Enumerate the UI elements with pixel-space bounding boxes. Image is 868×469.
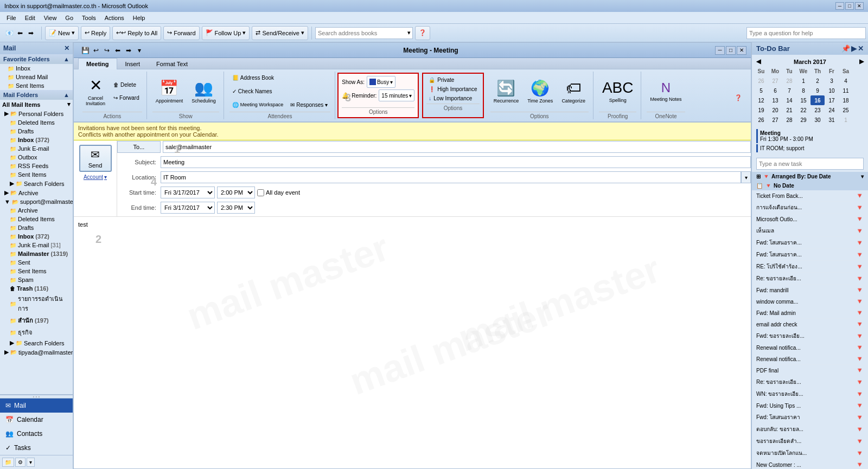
todo-item-5[interactable]: Fwd: โสเสนอราค...🔻 bbox=[752, 249, 868, 261]
cal-cell-23[interactable]: 23 bbox=[810, 105, 825, 115]
qa-new[interactable]: 📧 bbox=[4, 28, 14, 38]
search-input[interactable] bbox=[316, 30, 406, 36]
responses-btn[interactable]: ✉ Responses ▾ bbox=[288, 99, 330, 111]
reminder-dropdown[interactable]: 15 minutes ▾ bbox=[379, 89, 414, 101]
cal-cell-13[interactable]: 13 bbox=[768, 95, 782, 105]
meeting-redo[interactable]: ↪ bbox=[102, 46, 112, 55]
todo-flag-0[interactable]: 🔻 bbox=[856, 192, 864, 200]
tab-format-text[interactable]: Format Text bbox=[148, 58, 196, 69]
cal-cell-31[interactable]: 31 bbox=[825, 115, 839, 125]
todo-flag-5[interactable]: 🔻 bbox=[856, 251, 864, 259]
to-button[interactable]: To... bbox=[117, 141, 161, 153]
todo-flag-19[interactable]: 🔻 bbox=[856, 414, 864, 421]
todo-flag-20[interactable]: 🔻 bbox=[856, 426, 864, 433]
menu-actions[interactable]: Actions bbox=[100, 14, 129, 22]
todo-item-23[interactable]: New Customer : ...🔻 bbox=[752, 459, 868, 469]
todo-pin-btn[interactable]: 📌 bbox=[841, 44, 850, 53]
todo-flag-4[interactable]: 🔻 bbox=[856, 239, 864, 247]
ribbon-forward-btn[interactable]: ↪ Forward bbox=[111, 92, 142, 104]
todo-flag-15[interactable]: 🔻 bbox=[856, 367, 864, 374]
todo-flag-22[interactable]: 🔻 bbox=[856, 449, 864, 457]
favorite-folders-header[interactable]: Favorite Folders ▲ bbox=[0, 54, 73, 64]
todo-flag-10[interactable]: 🔻 bbox=[856, 309, 864, 317]
sort-dropdown[interactable]: ▾ bbox=[861, 174, 864, 179]
cal-cell-11[interactable]: 11 bbox=[839, 86, 853, 95]
account-button[interactable]: Account ▾ bbox=[84, 174, 107, 180]
todo-item-13[interactable]: Renewal notifica...🔻 bbox=[752, 342, 868, 354]
todo-flag-9[interactable]: 🔻 bbox=[856, 298, 864, 305]
recurrence-btn[interactable]: 🔄 Recurrence bbox=[490, 77, 522, 106]
categorize-btn[interactable]: 🏷 Categorize bbox=[558, 77, 589, 106]
todo-item-18[interactable]: Fwd: Using Tips ...🔻 bbox=[752, 400, 868, 412]
todo-flag-6[interactable]: 🔻 bbox=[856, 263, 864, 271]
forward-button[interactable]: ↪ Forward bbox=[163, 26, 199, 40]
nav-extra-btn1[interactable]: 📁 bbox=[2, 458, 14, 467]
todo-item-10[interactable]: Fwd: Mail admin🔻 bbox=[752, 307, 868, 319]
todo-item-7[interactable]: Re: ขอรายละเอีย...🔻 bbox=[752, 273, 868, 285]
todo-item-22[interactable]: จดหมายเปิดโลกแน...🔻 bbox=[752, 447, 868, 459]
todo-flag-14[interactable]: 🔻 bbox=[856, 355, 864, 363]
sidebar-item-inbox[interactable]: 📁 Inbox bbox=[0, 64, 73, 73]
send-button[interactable]: ✉ Send bbox=[79, 145, 112, 172]
sidebar-inbox3[interactable]: 📁 Inbox (372) bbox=[0, 232, 73, 241]
cal-cell-10[interactable]: 10 bbox=[825, 86, 839, 95]
todo-item-12[interactable]: Fwd: ขอรายละเอีย...🔻 bbox=[752, 330, 868, 342]
menu-tools[interactable]: Tools bbox=[78, 14, 100, 22]
cal-cell-9[interactable]: 9 bbox=[810, 86, 825, 95]
private-btn[interactable]: 🔒 Private bbox=[426, 76, 479, 84]
todo-item-3[interactable]: เห็นเมล🔻 bbox=[752, 225, 868, 237]
sidebar-trash[interactable]: 🗑 Trash (116) bbox=[0, 284, 73, 293]
nav-contacts[interactable]: 👥 Contacts bbox=[0, 427, 73, 441]
todo-flag-12[interactable]: 🔻 bbox=[856, 332, 864, 340]
todo-flag-3[interactable]: 🔻 bbox=[856, 227, 864, 235]
address-book-btn[interactable]: 📒 Address Book bbox=[229, 72, 277, 83]
sidebar-spam[interactable]: 📁 Spam bbox=[0, 275, 73, 284]
meeting-undo[interactable]: ↩ bbox=[91, 46, 101, 55]
search-address-books[interactable]: ▾ bbox=[315, 27, 413, 39]
cal-cell-7[interactable]: 7 bbox=[782, 86, 796, 95]
todo-item-11[interactable]: email addr check🔻 bbox=[752, 319, 868, 330]
sidebar-sent2[interactable]: 📁 Sent Items bbox=[0, 170, 73, 179]
cal-cell-6[interactable]: 6 bbox=[768, 86, 782, 95]
cal-cell-30[interactable]: 30 bbox=[810, 115, 825, 125]
sidebar-outbox[interactable]: 📁 Outbox bbox=[0, 153, 73, 162]
menu-help[interactable]: Help bbox=[129, 14, 150, 22]
cal-cell-14[interactable]: 14 bbox=[782, 95, 796, 105]
sidebar-drafts[interactable]: 📁 Drafts bbox=[0, 127, 73, 136]
todo-flag-11[interactable]: 🔻 bbox=[856, 320, 864, 328]
todo-item-17[interactable]: WN: ขอรายละเอีย...🔻 bbox=[752, 388, 868, 400]
sidebar-collapse-icon[interactable]: ✕ bbox=[64, 44, 69, 52]
appointment-1[interactable]: Meeting Fri 1:30 PM - 3:00 PM bbox=[756, 129, 864, 143]
help-search-input[interactable] bbox=[747, 30, 865, 36]
sidebar-tasklist[interactable]: 📁 รายการรอดำเนินการ bbox=[0, 293, 73, 314]
todo-flag-2[interactable]: 🔻 bbox=[856, 215, 864, 223]
tab-meeting[interactable]: Meeting bbox=[78, 58, 117, 69]
meeting-dropdown-qa[interactable]: ▾ bbox=[135, 46, 144, 55]
cal-cell-1b[interactable]: 1 bbox=[839, 115, 853, 125]
todo-item-14[interactable]: Renewal notifica...🔻 bbox=[752, 354, 868, 365]
sidebar-rss[interactable]: 📁 RSS Feeds bbox=[0, 162, 73, 170]
cal-cell-22[interactable]: 22 bbox=[796, 105, 810, 115]
qa-back[interactable]: ⬅ bbox=[15, 28, 25, 38]
sidebar-business[interactable]: 📁 ธุรกิจ bbox=[0, 326, 73, 338]
todo-item-1[interactable]: การแจ้งเตือนก่อน...🔻 bbox=[752, 202, 868, 214]
todo-flag-7[interactable]: 🔻 bbox=[856, 275, 864, 282]
todo-flag-1[interactable]: 🔻 bbox=[856, 204, 864, 211]
sidebar-archive[interactable]: ▶ 📂 Archive bbox=[0, 188, 73, 197]
todo-item-21[interactable]: ขอรายละเอียดสำ...🔻 bbox=[752, 435, 868, 447]
appointment-2[interactable]: IT ROOM; support bbox=[756, 144, 864, 152]
reply-all-button[interactable]: ↩↩ Reply to All bbox=[112, 26, 161, 40]
help-search[interactable] bbox=[746, 27, 866, 39]
cal-cell-16-today[interactable]: 16 bbox=[810, 95, 825, 105]
cal-cell-15[interactable]: 15 bbox=[796, 95, 810, 105]
sidebar-support[interactable]: ▼ 📂 support@mailmaster.co. bbox=[0, 197, 73, 206]
sidebar-item-unread[interactable]: 📁 Unread Mail bbox=[0, 73, 73, 81]
start-time-select[interactable]: 2:00 PM bbox=[217, 187, 255, 198]
sidebar-deleted-items[interactable]: 📁 Deleted Items bbox=[0, 118, 73, 127]
todo-expand-btn[interactable]: ▶ bbox=[851, 44, 857, 53]
todo-item-2[interactable]: Microsoft Outlo...🔻 bbox=[752, 214, 868, 225]
subject-field[interactable] bbox=[161, 156, 751, 168]
sidebar-archive2[interactable]: 📁 Archive bbox=[0, 206, 73, 215]
meeting-notes-btn[interactable]: N Meeting Notes bbox=[647, 78, 685, 104]
cal-cell-28b[interactable]: 28 bbox=[782, 115, 796, 125]
